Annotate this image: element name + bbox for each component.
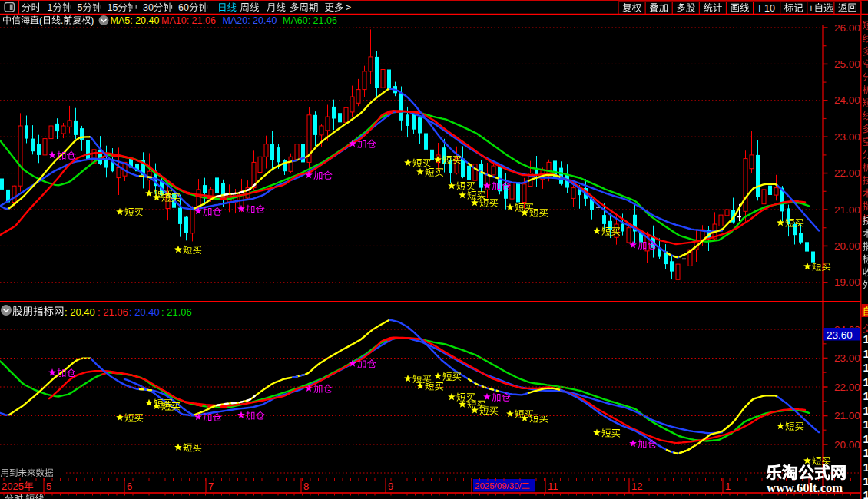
svg-text:1: 1 bbox=[863, 389, 868, 402]
svg-text:.: . bbox=[61, 15, 63, 26]
svg-text:1: 1 bbox=[725, 481, 731, 492]
svg-text:1: 1 bbox=[863, 432, 868, 445]
svg-text:23.00: 23.00 bbox=[834, 131, 860, 143]
svg-text:12: 12 bbox=[631, 481, 642, 492]
svg-text:F10: F10 bbox=[758, 3, 775, 14]
svg-text:22.00: 22.00 bbox=[834, 382, 860, 393]
svg-text:1: 1 bbox=[48, 2, 53, 13]
svg-text:30: 30 bbox=[143, 2, 154, 13]
svg-text:MA60: 21.06: MA60: 21.06 bbox=[283, 15, 337, 26]
svg-text:MA5: 20.40: MA5: 20.40 bbox=[111, 15, 160, 26]
svg-text:>: > bbox=[346, 2, 351, 13]
svg-text:1: 1 bbox=[863, 375, 868, 388]
svg-text:2025: 2025 bbox=[2, 481, 24, 492]
svg-text:1: 1 bbox=[863, 361, 868, 374]
svg-text:1: 1 bbox=[863, 488, 868, 499]
svg-text:1: 1 bbox=[863, 332, 868, 345]
svg-text:23.60: 23.60 bbox=[827, 329, 853, 341]
svg-text:1: 1 bbox=[863, 461, 868, 474]
svg-text:20.00: 20.00 bbox=[834, 240, 860, 252]
svg-text:: 21.06: : 21.06 bbox=[98, 306, 128, 318]
svg-text:MA20: 20.40: MA20: 20.40 bbox=[223, 15, 277, 26]
svg-text:9: 9 bbox=[388, 481, 393, 492]
svg-text:11: 11 bbox=[548, 481, 558, 492]
svg-text:1: 1 bbox=[863, 347, 868, 360]
svg-text:24.00: 24.00 bbox=[834, 94, 860, 106]
svg-text:: 21.06: : 21.06 bbox=[161, 306, 192, 318]
svg-text:60: 60 bbox=[178, 2, 189, 13]
svg-text:22.00: 22.00 bbox=[834, 167, 860, 179]
svg-text:20.00: 20.00 bbox=[834, 439, 860, 451]
svg-text:+: + bbox=[808, 3, 813, 14]
svg-text:21.00: 21.00 bbox=[834, 204, 860, 216]
svg-text:21.00: 21.00 bbox=[834, 410, 860, 421]
svg-text:MA10: 21.06: MA10: 21.06 bbox=[161, 15, 216, 26]
svg-text:2025/09/30/: 2025/09/30/ bbox=[475, 481, 522, 491]
svg-text:1: 1 bbox=[863, 418, 868, 431]
svg-text:(: ( bbox=[39, 15, 42, 26]
svg-text:1: 1 bbox=[863, 446, 868, 459]
svg-text:7: 7 bbox=[208, 481, 214, 492]
svg-text:: 20.40: : 20.40 bbox=[129, 306, 160, 318]
svg-text:5: 5 bbox=[78, 2, 83, 13]
svg-text:15: 15 bbox=[108, 2, 118, 13]
svg-text:www.60lt.com: www.60lt.com bbox=[767, 481, 843, 495]
svg-text:25.00: 25.00 bbox=[834, 58, 860, 70]
svg-text:1: 1 bbox=[863, 474, 868, 487]
svg-text:6: 6 bbox=[127, 481, 132, 492]
svg-text:8: 8 bbox=[303, 481, 309, 492]
svg-text:19.00: 19.00 bbox=[834, 276, 860, 288]
svg-text:1: 1 bbox=[863, 404, 868, 417]
svg-text:26.00: 26.00 bbox=[834, 22, 860, 34]
svg-text:): ) bbox=[91, 15, 94, 26]
svg-text:: 20.40: : 20.40 bbox=[65, 306, 95, 318]
svg-text:23.00: 23.00 bbox=[834, 352, 860, 364]
svg-text:5: 5 bbox=[46, 481, 51, 492]
